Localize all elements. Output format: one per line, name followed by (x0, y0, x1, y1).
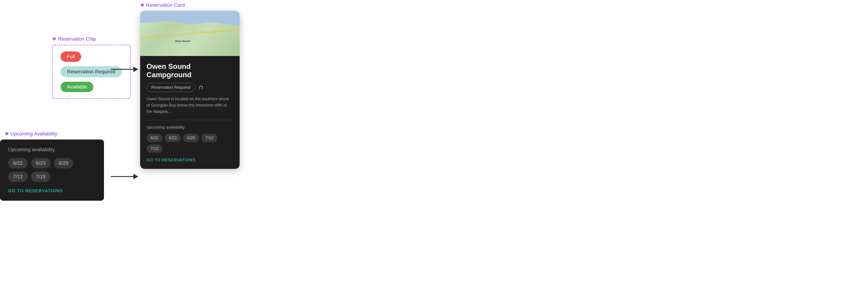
arrow-line-2 (111, 176, 133, 177)
card-body: Owen Sound Campground Reservation Requir… (140, 56, 240, 169)
card-chip-reservation: Reservation Required (147, 83, 195, 92)
reservation-card-section: ❖ Reservation Card Owen Sound Owen Sound… (140, 2, 240, 169)
date-chip-1[interactable]: 6/22 (8, 158, 28, 169)
map-water (140, 11, 240, 36)
go-reservations-link[interactable]: GO TO RESERVATIONS (8, 188, 96, 193)
reservation-card: Owen Sound Owen Sound Campground Reserva… (140, 11, 240, 169)
card-date-chip-2[interactable]: 6/23 (165, 134, 181, 142)
availability-card: Upcoming availability 6/22 6/23 6/25 7/1… (0, 140, 104, 201)
bookmark-icon[interactable]: ⊓ (199, 84, 203, 91)
card-section-label: ❖ Reservation Card (140, 2, 240, 8)
card-description: Owen Sound is located on the southern sh… (147, 96, 233, 115)
map-road-2 (160, 24, 219, 35)
card-date-chips-row: 6/22 6/23 6/25 7/12 7/15 (147, 134, 233, 153)
date-chip-5[interactable]: 7/15 (31, 172, 51, 182)
campground-name: Owen Sound Campground (147, 62, 233, 79)
diamond-icon-3: ❖ (140, 2, 145, 8)
card-avail-title: Upcoming availability (147, 125, 233, 130)
arrow-head (133, 67, 138, 72)
arrow-chip-to-card (111, 67, 138, 72)
availability-section-label: ❖ Upcoming Availability (4, 131, 104, 137)
map-location-label: Owen Sound (175, 40, 190, 42)
card-go-reservations-link[interactable]: GO TO RESERVATIONS (147, 158, 233, 162)
map-road-1 (141, 29, 240, 38)
date-chip-3[interactable]: 6/25 (54, 158, 73, 169)
diamond-icon: ❖ (52, 36, 57, 42)
availability-section: ❖ Upcoming Availability Upcoming availab… (0, 131, 104, 201)
card-chips-row: Reservation Required ⊓ (147, 83, 233, 92)
card-date-chip-5[interactable]: 7/15 (147, 144, 162, 153)
date-chip-4[interactable]: 7/12 (8, 172, 28, 182)
date-chip-2[interactable]: 6/23 (31, 158, 51, 169)
date-chips-row: 6/22 6/23 6/25 7/12 7/15 (8, 158, 96, 182)
availability-title: Upcoming availability (8, 147, 96, 153)
arrow-line (111, 69, 133, 70)
card-divider (147, 120, 233, 120)
card-date-chip-3[interactable]: 6/25 (183, 134, 199, 142)
chip-available: Available (61, 82, 93, 92)
card-date-chip-4[interactable]: 7/12 (202, 134, 217, 142)
card-date-chip-1[interactable]: 6/22 (147, 134, 162, 142)
chip-full: Full (61, 51, 81, 62)
chip-section-label: ❖ Reservation Chip (52, 36, 130, 42)
arrow-avail-to-card (111, 174, 138, 179)
map-background: Owen Sound (140, 11, 240, 56)
diamond-icon-2: ❖ (4, 131, 9, 137)
card-map: Owen Sound (140, 11, 240, 56)
arrow-head-2 (133, 174, 138, 179)
